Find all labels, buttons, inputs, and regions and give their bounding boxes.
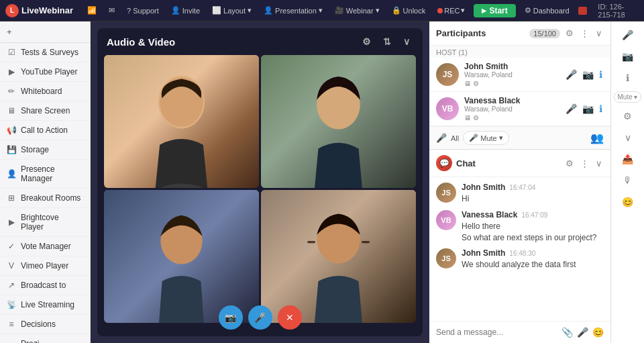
attachment-icon[interactable]: 📎 [561,327,573,338]
info-button-vanessa-black[interactable]: ℹ [598,102,604,115]
chat-msg-content-2: Vanessa Black 16:47:09 Hello thereSo wha… [462,210,604,244]
video-cell-2 [261,55,416,188]
start-button[interactable]: Start [474,4,515,17]
sidebar-item-whiteboard[interactable]: ✏ Whiteboard [0,82,90,101]
participants-more-icon[interactable]: ⋮ [579,27,590,40]
chat-header: 💬 Chat ⚙ ⋮ ∨ [429,150,610,177]
dashboard-link[interactable]: ⚙ Dashboard [521,5,573,16]
support-link[interactable]: ? Support [123,5,162,16]
webinar-dropdown[interactable]: 🎥 Webinar ▾ [331,5,383,16]
strip-collapse-icon[interactable]: ∨ [622,130,634,146]
sidebar-item-brightcove-player[interactable]: ▶ Brightcove Player [0,208,90,237]
strip-mic2-icon[interactable]: 🎙 [621,173,635,189]
cam-button-vanessa-black[interactable]: 📷 [581,102,595,115]
person-add-icon: 👤 [171,6,180,15]
mic-toggle-button[interactable]: 🎤 [248,305,272,330]
logo-text: LiveWebinar [21,5,73,15]
decisions-icon: ≡ [7,320,16,329]
sidebar-item-share-screen[interactable]: 🖥 Share Screen [0,101,90,121]
sidebar-item-tests-surveys[interactable]: ☑ Tests & Surveys [0,43,90,62]
participants-collapse-icon[interactable]: ∨ [594,27,604,40]
end-call-button[interactable]: ✕ [278,305,302,330]
presentation-dropdown[interactable]: 👤 Presentation ▾ [260,5,326,16]
webinar-icon: 🎥 [335,6,344,15]
sidebar-item-broadcast-to[interactable]: ↗ Broadcast to [0,276,90,295]
sidebar-item-presence-manager[interactable]: 👤 Presence Manager [0,160,90,189]
layout-icon: ⬜ [212,6,221,15]
chat-time-1: 16:47:04 [509,184,535,191]
question-icon: ? [127,7,131,15]
chat-text-3: We should analyze the data first [462,259,604,271]
session-id: ID: 126-215-718 [598,3,639,19]
cam-button-john-smith[interactable]: 📷 [581,68,595,81]
chat-title: Chat [456,158,560,168]
video-settings-icon[interactable]: ⚙ [359,35,374,48]
strip-cam-icon[interactable]: 📷 [619,48,636,64]
streaming-icon: 📡 [7,300,16,309]
chat-panel: 💬 Chat ⚙ ⋮ ∨ JS John Smith 16:47:04 Hi [429,150,610,343]
sidebar-item-storage[interactable]: 💾 Storage [0,140,90,160]
mute-mic-button-john-smith[interactable]: 🎤 [564,68,578,81]
chat-message-2: VB Vanessa Black 16:47:09 Hello thereSo … [436,210,604,244]
participants-settings-icon[interactable]: ⚙ [564,27,575,40]
participant-name-vanessa-black: Vanessa Black [464,96,559,105]
host-section-label: HOST (1) [429,46,610,58]
strip-info-icon[interactable]: ℹ [623,70,632,86]
sidebar: + ☑ Tests & Surveys ▶ YouTube Player ✏ W… [0,21,91,343]
chat-avatar-john-smith-1: JS [436,183,456,203]
camera-toggle-button[interactable]: 📷 [219,305,243,330]
emoji-icon[interactable]: 😊 [592,327,604,338]
strip-send-icon[interactable]: 📤 [619,151,636,167]
strip-mute-button[interactable]: Mute ▾ [614,91,641,103]
pencil-icon: ✏ [7,87,16,96]
chat-msg-header-3: John Smith 16:48:30 [462,248,604,258]
chat-text-2: Hello thereSo what are next steps in our… [462,221,604,244]
chat-settings-icon[interactable]: ⚙ [564,157,575,170]
sidebar-item-youtube-player[interactable]: ▶ YouTube Player [0,62,90,82]
chat-message-1: JS John Smith 16:47:04 Hi [436,183,604,205]
chat-input-field[interactable] [436,328,557,337]
chevron-down-icon: ▾ [461,6,465,15]
layout-dropdown[interactable]: ⬜ Layout ▾ [209,5,255,16]
mute-mic-button-vanessa-black[interactable]: 🎤 [564,102,578,115]
chat-sender-3: John Smith [462,248,505,258]
chat-input-area: 📎 🎤 😊 [429,321,610,343]
strip-settings-icon[interactable]: ⚙ [621,108,635,124]
chat-avatar-john-smith-2: JS [436,248,456,268]
chevron-down-icon: ▾ [319,6,323,15]
participant-info-john-smith: John Smith Warsaw, Poland 🖥 ⚙ [464,62,559,87]
participants-header: Participants 15/100 ⚙ ⋮ ∨ [429,21,610,46]
all-label: All [451,134,459,142]
sidebar-item-call-to-action[interactable]: 📢 Call to Action [0,121,90,140]
checkbox-icon: ☑ [7,48,16,57]
video-collapse-icon[interactable]: ∨ [400,35,413,48]
audio-message-icon[interactable]: 🎤 [577,327,588,338]
main-layout: + ☑ Tests & Surveys ▶ YouTube Player ✏ W… [0,21,644,343]
strip-mic-icon[interactable]: 🎤 [619,27,636,43]
rec-button[interactable]: REC ▾ [434,5,468,16]
audio-video-title: Audio & Video [107,36,175,48]
sidebar-item-breakout-rooms[interactable]: ⊞ Breakout Rooms [0,189,90,208]
info-button-john-smith[interactable]: ℹ [598,68,604,81]
sidebar-item-prezi-presentation[interactable]: ● Prezi Presentation [0,334,90,343]
invite-link[interactable]: 👤 Invite [168,5,203,16]
right-panels: Participants 15/100 ⚙ ⋮ ∨ HOST (1) JS Jo… [429,21,610,343]
mute-all-button[interactable]: 🎤 Mute ▾ [463,131,508,145]
speaker-icon: 📢 [7,126,16,135]
strip-emoji-icon[interactable]: 😊 [619,194,636,210]
video-adjust-icon[interactable]: ⇅ [380,35,394,48]
sidebar-item-decisions[interactable]: ≡ Decisions [0,315,90,334]
gear-icon: ⚙ [525,6,531,15]
chat-msg-content-3: John Smith 16:48:30 We should analyze th… [462,248,604,271]
chat-more-icon[interactable]: ⋮ [579,157,590,170]
svg-rect-12 [362,241,370,243]
sidebar-add-button[interactable]: + [0,21,90,43]
sidebar-item-vimeo-player[interactable]: V Vimeo Player [0,256,90,276]
sidebar-item-vote-manager[interactable]: ✓ Vote Manager [0,237,90,256]
avatar-john-smith: JS [436,63,459,86]
sidebar-item-live-streaming[interactable]: 📡 Live Streaming [0,295,90,315]
chat-collapse-icon[interactable]: ∨ [594,157,604,170]
video-grid [97,55,423,330]
add-participant-icon[interactable]: 👥 [590,132,604,144]
unlock-button[interactable]: 🔒 Unlock [388,5,429,16]
